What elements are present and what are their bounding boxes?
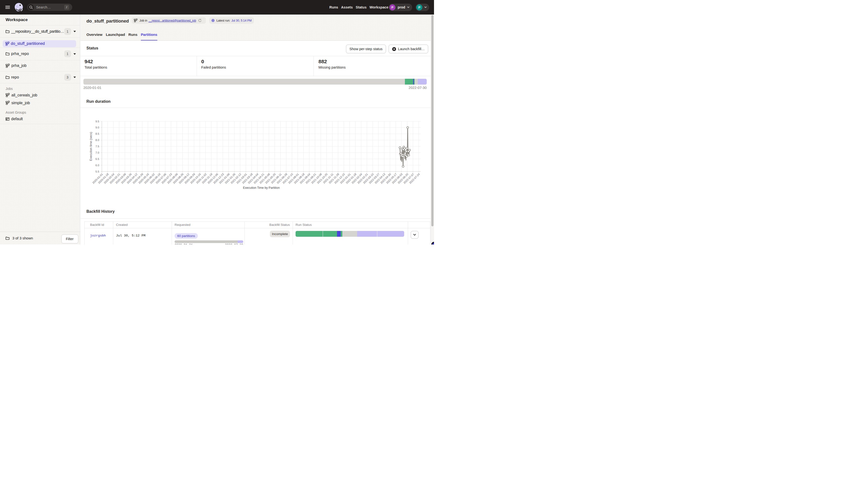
svg-text:8.0: 8.0 [95, 139, 99, 141]
svg-text:6.5: 6.5 [95, 157, 99, 160]
svg-text:Execution time (secs): Execution time (secs) [89, 132, 93, 161]
svg-text:7.5: 7.5 [95, 145, 99, 148]
svg-text:Execution Time by Partition: Execution Time by Partition [243, 186, 280, 190]
svg-text:9.5: 9.5 [95, 120, 99, 123]
svg-text:7.0: 7.0 [95, 151, 99, 154]
svg-text:5.5: 5.5 [95, 170, 99, 173]
svg-text:8.5: 8.5 [95, 132, 99, 135]
svg-text:9.0: 9.0 [95, 126, 99, 129]
svg-text:6.0: 6.0 [95, 164, 99, 166]
